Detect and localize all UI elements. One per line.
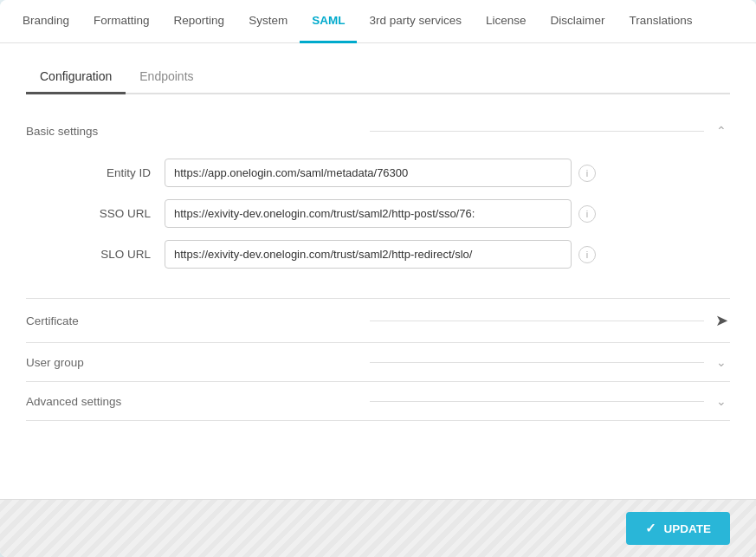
entity-id-info-icon[interactable]: i	[578, 165, 596, 182]
slo-url-info-icon[interactable]: i	[578, 246, 596, 263]
section-advanced-settings-header[interactable]: Advanced settings ⌄	[26, 382, 730, 420]
entity-id-label: Entity ID	[26, 166, 165, 179]
entity-id-row: Entity ID i	[26, 159, 730, 187]
nav-reporting[interactable]: Reporting	[162, 0, 237, 43]
nav-branding[interactable]: Branding	[10, 0, 81, 43]
section-basic-settings-header[interactable]: Basic settings ⌃	[26, 112, 730, 150]
section-divider-adv	[370, 401, 705, 402]
section-user-group-header[interactable]: User group ⌄	[26, 343, 730, 381]
section-basic-settings-title: Basic settings	[26, 125, 361, 138]
sub-tabs: Configuration Endpoints	[26, 61, 730, 94]
basic-settings-body: Entity ID i SSO URL i SLO URL	[26, 150, 730, 298]
nav-formatting[interactable]: Formatting	[81, 0, 162, 43]
main-content: Configuration Endpoints Basic settings ⌃…	[0, 43, 756, 499]
nav-3rd-party[interactable]: 3rd party services	[357, 0, 474, 43]
tab-endpoints[interactable]: Endpoints	[126, 61, 207, 94]
section-advanced-settings: Advanced settings ⌄	[26, 382, 730, 421]
nav-system[interactable]: System	[236, 0, 300, 43]
slo-url-row: SLO URL i	[26, 240, 730, 269]
update-button-label: UPDATE	[663, 522, 711, 535]
chevron-cursor-icon: ➤	[713, 311, 730, 330]
section-divider	[370, 131, 705, 132]
entity-id-input-wrap: i	[165, 159, 730, 187]
sso-url-input-wrap: i	[165, 199, 730, 228]
sso-url-input[interactable]	[165, 199, 572, 228]
section-divider-cert	[370, 321, 705, 321]
entity-id-input[interactable]	[165, 159, 572, 187]
nav-saml[interactable]: SAML	[300, 0, 357, 43]
chevron-down-icon-ug: ⌄	[713, 355, 730, 369]
section-basic-settings: Basic settings ⌃ Entity ID i SSO URL	[26, 112, 730, 299]
nav-translations[interactable]: Translations	[617, 0, 705, 43]
sso-url-label: SSO URL	[26, 207, 165, 220]
top-nav: Branding Formatting Reporting System SAM…	[0, 0, 756, 43]
tab-configuration[interactable]: Configuration	[26, 61, 126, 94]
slo-url-input[interactable]	[165, 240, 572, 269]
chevron-up-icon: ⌃	[713, 124, 730, 138]
sso-url-row: SSO URL i	[26, 199, 730, 228]
section-user-group: User group ⌄	[26, 343, 730, 382]
section-certificate-title: Certificate	[26, 314, 361, 327]
section-certificate-header[interactable]: Certificate ➤	[26, 299, 730, 342]
section-user-group-title: User group	[26, 356, 361, 369]
chevron-down-icon-adv: ⌄	[713, 394, 730, 408]
checkmark-icon: ✓	[645, 521, 656, 536]
update-button[interactable]: ✓ UPDATE	[626, 512, 730, 545]
section-certificate: Certificate ➤	[26, 299, 730, 343]
bottom-bar: ✓ UPDATE	[0, 499, 756, 557]
app-window: Branding Formatting Reporting System SAM…	[0, 0, 756, 557]
section-divider-ug	[370, 362, 705, 363]
nav-disclaimer[interactable]: Disclaimer	[538, 0, 617, 43]
slo-url-input-wrap: i	[165, 240, 730, 269]
nav-license[interactable]: License	[474, 0, 539, 43]
sso-url-info-icon[interactable]: i	[578, 205, 596, 223]
slo-url-label: SLO URL	[26, 248, 165, 261]
section-advanced-settings-title: Advanced settings	[26, 395, 361, 408]
